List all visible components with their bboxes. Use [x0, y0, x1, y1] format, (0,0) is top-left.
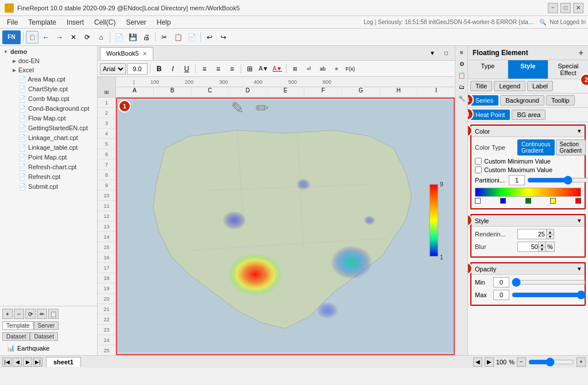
- format-extra-3[interactable]: F(x): [344, 63, 357, 75]
- toolbar-report-btn[interactable]: 📋: [26, 31, 38, 44]
- blur-down-btn[interactable]: ▼: [538, 247, 546, 252]
- tree-remove-btn[interactable]: −: [14, 309, 24, 319]
- opacity-min-slider[interactable]: [512, 278, 586, 286]
- sheet-nav-next[interactable]: ▶: [23, 357, 32, 367]
- workbook-tab[interactable]: WorkBook5 ✕: [100, 47, 153, 60]
- tree-item-comb-map[interactable]: 📄 Comb Map.cpt: [1, 94, 96, 104]
- right-icon-5[interactable]: 🔧: [457, 93, 467, 103]
- gradient-stop-red[interactable]: [575, 198, 581, 204]
- font-select[interactable]: Arial: [100, 63, 126, 75]
- zoom-out-btn[interactable]: −: [517, 357, 526, 367]
- menu-server[interactable]: Server: [121, 17, 150, 28]
- dataset-earthquake[interactable]: 📊 Earthquake: [2, 343, 95, 353]
- panel-add-btn[interactable]: +: [579, 48, 583, 57]
- tree-copy-btn[interactable]: 📋: [48, 309, 59, 319]
- custom-max-checkbox[interactable]: [475, 166, 482, 173]
- wrap-btn[interactable]: ⏎: [303, 63, 315, 75]
- tab-style[interactable]: Style: [508, 60, 548, 79]
- sub-label-dataset[interactable]: Dataset: [2, 332, 30, 341]
- toolbar-redo-btn[interactable]: ↪: [217, 31, 230, 44]
- scroll-right-btn[interactable]: ▶: [485, 357, 494, 367]
- menu-insert[interactable]: Insert: [62, 17, 88, 28]
- login-status[interactable]: Not Logged In: [550, 19, 586, 25]
- right-icon-1[interactable]: ≡: [457, 47, 467, 57]
- gradient-stop-green[interactable]: [525, 198, 531, 204]
- right-icon-3[interactable]: 📋: [457, 70, 467, 80]
- tree-item-linkage-chart[interactable]: 📄 Linkage_chart.cpt: [1, 133, 96, 143]
- color-type-section[interactable]: SectionGradient: [556, 139, 586, 155]
- menu-cell[interactable]: Cell(C): [90, 17, 120, 28]
- search-icon[interactable]: 🔍: [539, 19, 546, 25]
- italic-btn[interactable]: I: [167, 63, 179, 75]
- sheet-nav-first[interactable]: |◀: [2, 357, 11, 367]
- maximize-btn[interactable]: □: [560, 3, 571, 13]
- tab-close-btn[interactable]: ✕: [142, 50, 147, 57]
- sub-label-server-dataset[interactable]: Dataset: [30, 332, 57, 341]
- tree-item-excel[interactable]: ▶ Excel: [1, 65, 96, 75]
- tree-item-demo[interactable]: ▼ demo: [1, 47, 96, 56]
- align-left-btn[interactable]: ≡: [198, 63, 211, 75]
- partition-input-1[interactable]: [509, 175, 525, 185]
- section-label-server[interactable]: Server: [34, 321, 59, 330]
- scroll-left-btn[interactable]: ◀: [473, 357, 482, 367]
- tree-item-cond-bg[interactable]: 📄 Cond-Background.cpt: [1, 104, 96, 114]
- format-extra-1[interactable]: ab: [316, 63, 329, 75]
- tree-edit-btn[interactable]: ✏: [37, 309, 47, 319]
- sub-tab-series[interactable]: Series: [470, 95, 498, 106]
- sheet-nav-prev[interactable]: ◀: [13, 357, 22, 367]
- bold-btn[interactable]: B: [153, 63, 165, 75]
- toolbar-forward-btn[interactable]: →: [53, 31, 66, 44]
- toolbar-new-btn[interactable]: 📄: [113, 31, 125, 44]
- map-container[interactable]: 9 1 1: [116, 98, 455, 355]
- tree-item-submit[interactable]: 📄 Submit.cpt: [1, 182, 96, 192]
- sub-tab-tooltip[interactable]: Tooltip: [546, 95, 575, 106]
- tree-item-chartstyle[interactable]: 📄 ChartStyle.cpt: [1, 84, 96, 94]
- toolbar-undo-btn[interactable]: ↩: [203, 31, 216, 44]
- toolbar-back-btn[interactable]: ←: [40, 31, 52, 44]
- opacity-max-slider[interactable]: [512, 291, 586, 299]
- opacity-min-input-1[interactable]: [493, 277, 509, 287]
- heat-tab-bg[interactable]: BG area: [512, 110, 546, 120]
- tab-type[interactable]: Type: [468, 60, 508, 79]
- border-btn[interactable]: ⊞: [243, 63, 256, 75]
- menu-help[interactable]: Help: [152, 17, 176, 28]
- format-extra-2[interactable]: ≡: [330, 63, 343, 75]
- merge-btn[interactable]: ⊞: [289, 63, 301, 75]
- toolbar-copy-btn[interactable]: 📋: [172, 31, 184, 44]
- sheet-tab-1[interactable]: sheet1: [46, 357, 81, 367]
- gradient-stop-blue[interactable]: [500, 198, 506, 204]
- tree-item-refresh[interactable]: 📄 Refresh.cpt: [1, 172, 96, 182]
- sub-tab-background[interactable]: Background: [500, 95, 544, 106]
- right-icon-4[interactable]: 🗂: [457, 81, 467, 92]
- toolbar-paste-btn[interactable]: 📄: [185, 31, 198, 44]
- tree-item-flow-map[interactable]: 📄 Flow Map.cpt: [1, 114, 96, 123]
- tree-item-refresh-chart[interactable]: 📄 Refresh-chart.cpt: [1, 162, 96, 172]
- opacity-section-collapse[interactable]: ▾: [578, 265, 581, 273]
- style-section-collapse[interactable]: ▾: [578, 217, 581, 224]
- partition-slider[interactable]: [527, 176, 588, 184]
- font-color-btn[interactable]: A▼: [271, 63, 284, 75]
- menu-file[interactable]: File: [2, 17, 22, 28]
- color-type-continuous[interactable]: ContinuousGradient: [517, 139, 555, 155]
- sheet-nav-last[interactable]: ▶|: [33, 357, 42, 367]
- tree-item-area-map[interactable]: 📄 Area Map.cpt: [1, 75, 96, 84]
- align-center-btn[interactable]: ≡: [212, 63, 225, 75]
- zoom-slider[interactable]: [528, 357, 574, 367]
- tree-item-getting-started[interactable]: 📄 GettingStartedEN.cpt: [1, 123, 96, 133]
- align-right-btn[interactable]: ≡: [226, 63, 238, 75]
- rendering-down-btn[interactable]: ▼: [546, 234, 554, 239]
- right-icon-2[interactable]: ⚙: [457, 59, 467, 69]
- opacity-max-input-1[interactable]: [493, 290, 509, 300]
- zoom-in-btn[interactable]: +: [577, 357, 586, 367]
- toolbar-save-btn[interactable]: 💾: [126, 31, 139, 44]
- underline-btn[interactable]: U: [180, 63, 193, 75]
- tab-expand-btn[interactable]: □: [440, 47, 452, 60]
- section-label-template[interactable]: Template: [2, 321, 34, 330]
- toolbar-refresh-btn[interactable]: ⟳: [81, 31, 94, 44]
- sub-tab-title[interactable]: Title: [470, 81, 492, 91]
- gradient-stop-yellow[interactable]: [550, 198, 556, 204]
- rendering-input[interactable]: [517, 229, 546, 239]
- fill-btn[interactable]: A▼: [257, 63, 270, 75]
- tree-item-linkage-table[interactable]: 📄 Linkage_table.cpt: [1, 143, 96, 153]
- minimize-btn[interactable]: −: [548, 3, 558, 13]
